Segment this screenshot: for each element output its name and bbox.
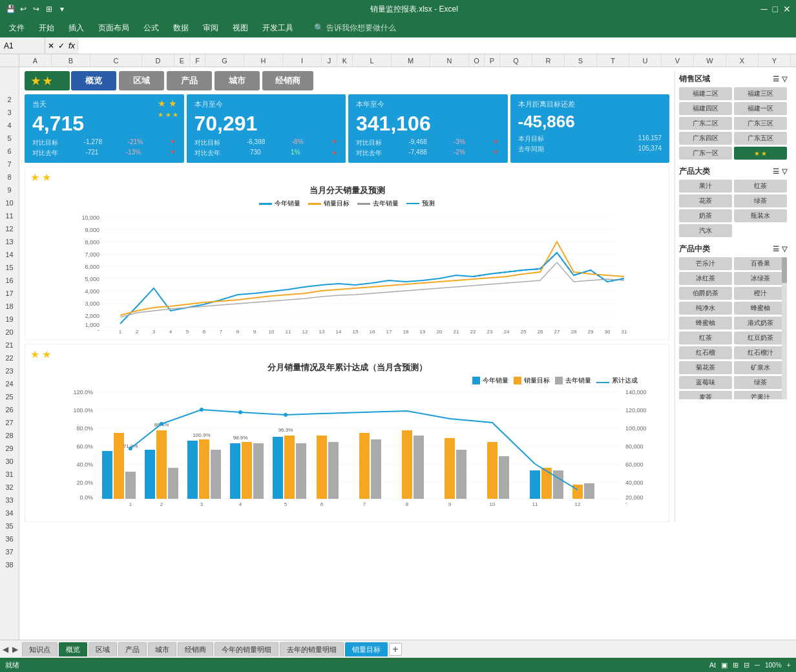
filter-btn-fujian1[interactable]: 福建一区 [734,102,787,115]
filter-btn-purewater[interactable]: 纯净水 [679,302,732,315]
filter-btn-flowertea[interactable]: 花茶 [679,194,732,207]
col-header-y[interactable]: Y [759,54,791,67]
filter-btn-chrysanthemum[interactable]: 菊花茶 [679,361,732,374]
save-icon[interactable]: 💾 [5,4,16,14]
filter-btn-mangojuice[interactable]: 芒乐汁 [679,257,732,270]
filter-btn-bottledwater[interactable]: 瓶装水 [734,209,787,222]
sheet-tab-dealer[interactable]: 经销商 [178,642,213,656]
nav-tab-overview-star[interactable]: ★ ★ [25,71,70,90]
filter-cat-sort-icon[interactable]: ☰ [773,167,779,176]
maximize-btn[interactable]: □ [773,4,778,14]
filter-btn-guangdong4[interactable]: 广东四区 [679,132,732,145]
filter-btn-hkmilktea[interactable]: 港式奶茶 [734,317,787,330]
sheet-nav-left[interactable]: ◀ [3,645,8,654]
confirm-formula-icon[interactable]: ✓ [58,41,65,50]
quick-access-icon[interactable]: ⊞ [44,4,54,14]
filter-btn-honeygrapefruit2[interactable]: 蜂蜜柚 [679,317,732,330]
filter-btn-fujian4[interactable]: 福建四区 [679,102,732,115]
filter-btn-region-star[interactable]: ★ ★ [734,147,787,160]
col-header-q[interactable]: Q [500,54,532,67]
filter-btn-milktea[interactable]: 奶茶 [679,209,732,222]
sheet-tab-region[interactable]: 区域 [89,642,117,656]
filter-btn-icedgreentea[interactable]: 冰绿茶 [734,272,787,285]
col-header-m[interactable]: M [392,54,430,67]
col-header-g[interactable]: G [205,54,244,67]
nav-tab-dealer[interactable]: 经销商 [262,71,313,90]
filter-btn-guangdong5[interactable]: 广东五区 [734,132,787,145]
filter-btn-orangejuice[interactable]: 橙汁 [734,287,787,300]
col-header-w[interactable]: W [694,54,726,67]
sheet-tab-add[interactable]: + [389,643,402,656]
sheet-tab-target[interactable]: 销量目标 [345,642,388,656]
sheet-tab-overview[interactable]: 概览 [59,642,87,656]
filter-btn-blueberry[interactable]: 蓝莓味 [679,376,732,389]
filter-btn-mangojuice2[interactable]: 芒果汁 [734,391,787,399]
status-zoom-in[interactable]: + [787,661,791,669]
col-header-x[interactable]: X [726,54,759,67]
filter-btn-greentea[interactable]: 绿茶 [734,194,787,207]
menu-insert[interactable]: 插入 [62,21,90,35]
undo-icon[interactable]: ↩ [18,4,28,14]
formula-input[interactable] [78,37,796,54]
menu-layout[interactable]: 页面布局 [92,21,136,35]
status-view-layout[interactable]: ⊞ [733,661,738,669]
col-header-o[interactable]: O [469,54,485,67]
filter-btn-blacktea2[interactable]: 红茶 [679,331,732,344]
sub-scrollbar[interactable] [782,257,787,399]
filter-region-filter-icon[interactable]: ▽ [782,75,787,83]
menu-developer[interactable]: 开发工具 [256,21,300,35]
filter-btn-juice[interactable]: 果汁 [679,180,732,193]
menu-file[interactable]: 文件 [3,21,31,35]
col-header-c[interactable]: C [90,54,142,67]
minimize-btn[interactable]: ─ [761,4,768,14]
col-header-k[interactable]: K [337,54,353,67]
col-header-e[interactable]: E [174,54,190,67]
menu-home[interactable]: 开始 [32,21,61,35]
col-header-h[interactable]: H [244,54,283,67]
sheet-tab-current-detail[interactable]: 今年的销量明细 [215,642,278,656]
cell-reference[interactable]: A1 [0,37,45,54]
col-header-p[interactable]: P [485,54,500,67]
nav-tab-region[interactable]: 区域 [119,71,164,90]
sheet-tab-city[interactable]: 城市 [148,642,176,656]
sub-scrollbar-thumb[interactable] [782,257,787,283]
col-header-i[interactable]: I [283,54,322,67]
tell-me-bar[interactable]: 🔍 告诉我你想要做什么 [314,23,396,34]
filter-sub-sort-icon[interactable]: ☰ [773,245,779,253]
menu-view[interactable]: 视图 [226,21,255,35]
col-header-t[interactable]: T [597,54,629,67]
menu-formula[interactable]: 公式 [137,21,165,35]
col-header-f[interactable]: F [190,54,205,67]
filter-region-sort-icon[interactable]: ☰ [773,75,779,83]
filter-btn-blacktea[interactable]: 红茶 [734,180,787,193]
insert-function-icon[interactable]: fx [68,41,75,50]
status-view-page[interactable]: ⊟ [744,661,749,669]
filter-btn-greentea2[interactable]: 绿茶 [734,376,787,389]
filter-btn-guangdong1[interactable]: 广东一区 [679,147,732,160]
filter-cat-filter-icon[interactable]: ▽ [782,167,787,176]
col-header-d[interactable]: D [142,54,174,67]
nav-tab-city[interactable]: 城市 [215,71,260,90]
nav-tab-product[interactable]: 产品 [167,71,212,90]
col-header-b[interactable]: B [52,54,90,67]
sheet-tab-product[interactable]: 产品 [118,642,147,656]
filter-btn-mineral[interactable]: 矿泉水 [734,361,787,374]
filter-btn-honeygrapefruit[interactable]: 蜂蜜柚 [734,302,787,315]
filter-btn-wheatgrass[interactable]: 麦茶 [679,391,732,399]
status-zoom-out[interactable]: ─ [755,661,760,669]
filter-sub-filter-icon[interactable]: ▽ [782,245,787,253]
sheet-nav-right[interactable]: ▶ [12,645,18,654]
filter-btn-pomegranate-juice[interactable]: 红石榴汁 [734,346,787,359]
filter-btn-soda[interactable]: 汽水 [679,224,732,237]
col-header-l[interactable]: L [353,54,392,67]
col-header-n[interactable]: N [430,54,469,67]
menu-data[interactable]: 数据 [167,21,195,35]
col-header-s[interactable]: S [565,54,597,67]
filter-btn-pomegranate[interactable]: 红石榴 [679,346,732,359]
filter-btn-fujian2[interactable]: 福建二区 [679,87,732,100]
filter-btn-earlgreymilktea[interactable]: 伯爵奶茶 [679,287,732,300]
sheet-tab-last-detail[interactable]: 去年的销量明细 [280,642,344,656]
sheet-tab-knowledge[interactable]: 知识点 [22,642,58,656]
filter-btn-redbean[interactable]: 红豆奶茶 [734,331,787,344]
col-header-j[interactable]: J [322,54,337,67]
